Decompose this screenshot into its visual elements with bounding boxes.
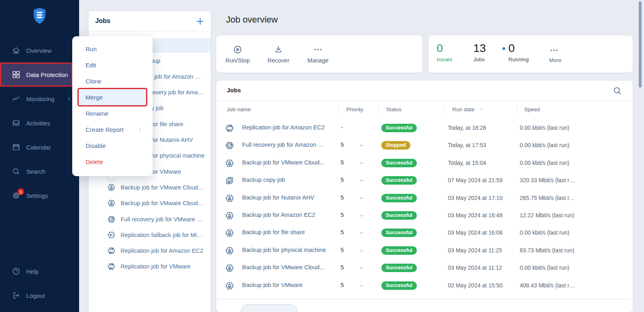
sidebar-item-label: Help — [26, 268, 39, 275]
job-name-cell[interactable]: Backup job for VMware — [242, 282, 303, 288]
menu-item-edit[interactable]: Edit — [72, 57, 153, 73]
backup-icon — [107, 183, 116, 192]
search-icon[interactable] — [613, 86, 622, 96]
speed-cell: 0.00 kbit/s (last run) — [520, 125, 569, 131]
help-icon — [12, 267, 21, 276]
job-list-item[interactable]: Backup job for VMware Cloud Direc — [89, 179, 211, 195]
job-name-cell[interactable]: Backup job for VMware Cloud... — [242, 159, 324, 166]
priority-cell: 5 — [337, 229, 347, 235]
menu-item-disable[interactable]: Disable — [72, 137, 153, 154]
priority-dropdown-icon[interactable] — [358, 248, 365, 254]
jobs-table-title: Jobs — [227, 87, 241, 94]
priority-dropdown-icon[interactable] — [358, 230, 365, 236]
job-name-cell[interactable]: Backup job for VMware Cloud... — [242, 264, 324, 270]
sidebar-item-search[interactable]: Search — [0, 159, 79, 183]
job-name-cell[interactable]: Backup job for Amazon EC2 — [242, 212, 315, 218]
stat-issues[interactable]: 0 Issues — [437, 42, 452, 62]
grid-icon-wrap — [12, 70, 21, 79]
failback-icon — [107, 231, 116, 239]
status-badge: Successful — [381, 246, 417, 255]
menu-item-merge[interactable]: Merge — [79, 89, 146, 105]
menu-item-clone[interactable]: Clone — [72, 73, 153, 89]
chev-down-icon — [479, 107, 484, 112]
priority-cell: 5 — [337, 159, 347, 166]
menu-item-label: Create Report — [86, 126, 123, 133]
stats-more-button[interactable]: More — [549, 42, 562, 63]
priority-dropdown-icon[interactable] — [358, 160, 365, 166]
job-name-cell[interactable]: Backup job for physical machine — [242, 247, 326, 253]
stat-running[interactable]: 0 Running — [502, 42, 529, 62]
sidebar-item-help[interactable]: Help — [0, 259, 79, 283]
inbox-icon-wrap — [12, 119, 21, 127]
app-window: OverviewData ProtectionMonitoringActivit… — [0, 0, 644, 312]
recover-button[interactable]: Recover — [263, 35, 294, 73]
manage-button[interactable]: Manage — [303, 35, 333, 73]
status-badge: Successful — [381, 194, 417, 202]
column-separator — [378, 105, 378, 114]
running-dot-icon — [502, 47, 505, 50]
job-list-item[interactable]: Full recovery job for VMware Cloud — [89, 211, 211, 227]
speed-cell: 408.43 Mbit/s (last r… — [520, 282, 575, 289]
menu-item-label: Run — [86, 46, 97, 52]
status-badge: Stopped — [381, 141, 410, 150]
job-list-item[interactable]: Replication failback job for Microsof — [89, 227, 211, 243]
column-header-label: Status — [386, 106, 401, 112]
column-header-job-name[interactable]: Job name — [227, 106, 251, 112]
priority-dropdown-icon[interactable] — [358, 177, 365, 184]
job-name-cell[interactable]: Backup job for Nutanix AHV — [242, 194, 314, 201]
sidebar-item-label: Calendar — [26, 144, 51, 151]
sidebar-item-calendar[interactable]: Calendar — [0, 135, 79, 159]
priority-dropdown-icon[interactable] — [358, 195, 365, 202]
sidebar-item-overview[interactable]: Overview — [0, 38, 79, 62]
menu-item-delete[interactable]: Delete — [72, 154, 153, 170]
stat-jobs[interactable]: 13 Jobs — [473, 42, 486, 62]
inbox-icon — [12, 119, 21, 127]
job-list-item[interactable]: Replication job for VMware — [89, 259, 211, 275]
vertical-scrollbar[interactable] — [639, 1, 642, 87]
job-name: Replication job for VMware — [121, 263, 190, 270]
priority-cell: 5 — [337, 141, 347, 148]
run-date-cell: 03 May 2024 at 11:25 — [448, 247, 502, 254]
status-badge: Successful — [381, 281, 417, 290]
column-header-priority[interactable]: Priority — [346, 106, 363, 112]
sidebar-item-activities[interactable]: Activities — [0, 111, 79, 135]
backup-icon — [225, 281, 234, 291]
priority-dropdown-icon[interactable] — [358, 283, 365, 289]
job-name-cell[interactable]: Full recovery job for Amazon … — [242, 141, 324, 148]
priority-dropdown-icon[interactable] — [358, 142, 365, 149]
job-name-cell[interactable]: Backup copy job — [242, 177, 285, 183]
priority-dropdown-icon[interactable] — [358, 265, 365, 271]
menu-item-rename[interactable]: Rename — [72, 105, 153, 121]
sidebar-item-logout[interactable]: Logout — [0, 283, 79, 308]
sidebar-item-settings[interactable]: 1Settings — [0, 183, 79, 208]
column-separator — [338, 105, 339, 114]
column-header-status[interactable]: Status — [386, 106, 401, 112]
sidebar-item-label: Overview — [26, 47, 52, 54]
add-job-button[interactable] — [195, 17, 205, 26]
app-logo-shield-icon[interactable] — [33, 7, 46, 24]
job-stats-card: 0 Issues 13 Jobs 0 Running More — [429, 35, 633, 73]
jobs-count: 13 — [473, 42, 486, 54]
sidebar-item-data-protection[interactable]: Data Protection — [0, 62, 73, 87]
speed-cell: 0.00 kbit/s (last run) — [520, 264, 569, 271]
table-row: Full recovery job for Amazon …5StoppedTo… — [216, 137, 633, 154]
ellipsis-icon — [549, 46, 559, 55]
priority-cell: - — [337, 124, 347, 131]
divider — [216, 299, 633, 300]
pagination-button[interactable] — [241, 304, 297, 312]
column-header-speed[interactable]: Speed — [524, 106, 540, 112]
column-header-run-date[interactable]: Run date — [452, 106, 484, 112]
job-list-item[interactable]: Replication job for Amazon EC2 — [89, 243, 211, 259]
jobs-label: Jobs — [473, 56, 486, 62]
backup-icon — [225, 211, 234, 220]
menu-item-create-report[interactable]: Create Report — [72, 121, 153, 137]
menu-item-run[interactable]: Run — [72, 41, 153, 57]
job-name-cell[interactable]: Backup job for file share — [242, 229, 305, 235]
job-name-cell[interactable]: Replication job for Amazon EC2 — [242, 124, 325, 131]
run-stop-button[interactable]: Run/Stop — [222, 35, 253, 73]
job-list-item[interactable]: Backup job for VMware Cloud Direc — [89, 196, 211, 211]
priority-dropdown-icon[interactable] — [358, 212, 365, 219]
job-actions-toolbar: Run/StopRecoverManage — [216, 35, 422, 73]
chev-left-icon[interactable] — [66, 96, 72, 102]
sidebar-item-monitoring[interactable]: Monitoring — [0, 87, 79, 111]
